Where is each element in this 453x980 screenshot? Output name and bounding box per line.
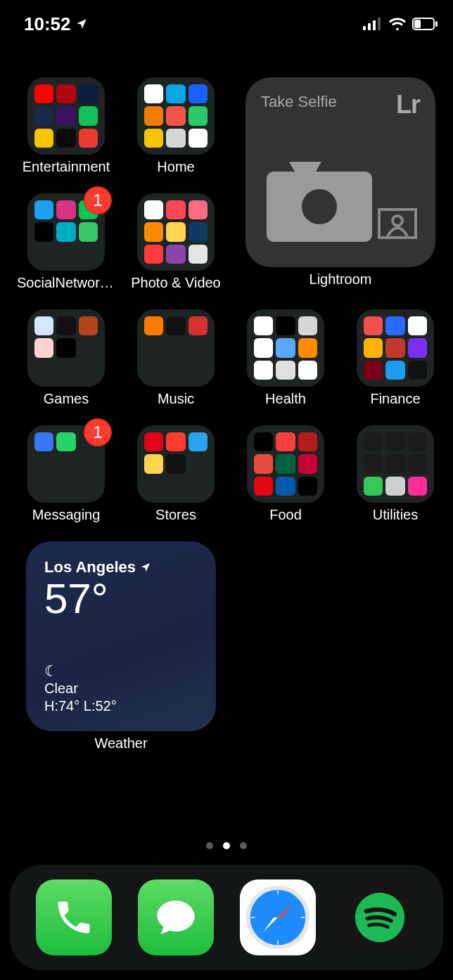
dock-app-messages[interactable] (138, 879, 214, 955)
mini-app-icon (56, 106, 75, 125)
mini-app-icon (166, 129, 185, 148)
folder-photo-video[interactable]: Photo & Video (129, 193, 222, 291)
folder-label: Finance (370, 391, 420, 407)
mini-app-icon (144, 129, 163, 148)
folder-label: Health (265, 391, 306, 407)
mini-app-icon (56, 200, 75, 219)
folder-music[interactable]: Music (129, 309, 222, 407)
mini-app-icon (34, 84, 53, 103)
mini-app-icon (189, 245, 208, 264)
mini-app-icon (189, 200, 208, 219)
weather-tile[interactable]: Los Angeles 57° ☾ Clear H:74° L:52° (26, 541, 216, 731)
dock-app-phone[interactable] (36, 879, 112, 955)
weather-hi-lo: H:74° L:52° (44, 698, 198, 714)
folder-label: Home (157, 159, 194, 175)
mini-app-icon (298, 338, 317, 357)
folder-label: SocialNetworki… (17, 275, 115, 291)
page-dot[interactable] (206, 842, 213, 849)
mini-app-icon (364, 432, 383, 451)
mini-app-icon (385, 432, 404, 451)
page-dot[interactable] (240, 842, 247, 849)
notification-badge: 1 (84, 186, 112, 214)
folder-tile[interactable]: 1 (27, 193, 105, 271)
folder-label: Music (158, 391, 194, 407)
folder-label: Utilities (373, 507, 418, 523)
mini-app-icon (56, 84, 75, 103)
folder-tile[interactable] (137, 425, 215, 503)
weather-location-text: Los Angeles (44, 558, 136, 576)
mini-app-icon (276, 454, 295, 473)
svg-rect-10 (379, 209, 416, 238)
mini-app-icon (254, 361, 273, 380)
mini-app-icon (385, 316, 404, 335)
camera-icon (267, 159, 372, 243)
mini-app-icon (34, 432, 53, 451)
mini-app-icon (79, 316, 98, 335)
folder-tile[interactable] (137, 309, 215, 387)
mini-app-icon (144, 222, 163, 241)
folder-stores[interactable]: Stores (129, 425, 222, 523)
folder-finance[interactable]: Finance (349, 309, 442, 407)
mini-app-icon (166, 432, 185, 451)
folder-tile[interactable] (137, 77, 215, 155)
folder-tile[interactable] (27, 309, 105, 387)
folder-label: Photo & Video (131, 275, 221, 291)
mini-app-icon (166, 84, 185, 103)
folder-food[interactable]: Food (239, 425, 332, 523)
cell-signal-icon (363, 18, 383, 30)
mini-app-icon (364, 361, 383, 380)
weather-temperature: 57° (44, 578, 198, 620)
wifi-icon (388, 17, 407, 31)
page-indicator[interactable] (0, 842, 453, 849)
folder-tile[interactable] (357, 309, 434, 387)
mini-app-icon (56, 432, 75, 451)
folder-label: Stores (155, 507, 196, 523)
mini-app-icon (298, 454, 317, 473)
folder-tile[interactable] (357, 425, 434, 503)
folder-tile[interactable] (27, 77, 105, 155)
folder-tile[interactable] (247, 309, 324, 387)
mini-app-icon (276, 316, 295, 335)
folder-label: Messaging (32, 507, 101, 523)
folder-messaging[interactable]: 1 Messaging (20, 425, 113, 523)
mini-app-icon (34, 106, 53, 125)
mini-app-icon (364, 316, 383, 335)
page-dot-active[interactable] (223, 842, 230, 849)
mini-app-icon (189, 106, 208, 125)
mini-app-icon (79, 129, 98, 148)
dock-app-safari[interactable] (240, 879, 316, 955)
mini-app-icon (189, 316, 208, 335)
svg-rect-2 (373, 20, 376, 30)
mini-app-icon (254, 338, 273, 357)
mini-app-icon (254, 316, 273, 335)
mini-app-icon (34, 200, 53, 219)
location-icon (75, 18, 88, 30)
folder-health[interactable]: Health (239, 309, 332, 407)
mini-app-icon (276, 338, 295, 357)
folder-entertainment[interactable]: Entertainment (20, 77, 113, 175)
folder-utilities[interactable]: Utilities (349, 425, 442, 523)
mini-app-icon (408, 454, 427, 473)
widget-lightroom[interactable]: Take Selfie Lr Lightroom (239, 77, 442, 291)
mini-app-icon (166, 106, 185, 125)
folder-tile[interactable]: 1 (27, 425, 105, 503)
folder-home[interactable]: Home (129, 77, 222, 175)
safari-icon (244, 884, 312, 951)
phone-icon (53, 896, 95, 939)
dock-app-spotify[interactable] (342, 879, 418, 955)
mini-app-icon (408, 477, 427, 496)
lightroom-tile[interactable]: Take Selfie Lr (245, 77, 435, 267)
mini-app-icon (385, 338, 404, 357)
mini-app-icon (34, 129, 53, 148)
mini-app-icon (408, 432, 427, 451)
folder-socialnetworking[interactable]: 1 SocialNetworki… (20, 193, 113, 291)
home-screen-grid: Entertainment Home Take Selfie Lr Lightr… (20, 77, 433, 752)
mini-app-icon (254, 454, 273, 473)
folder-tile[interactable] (247, 425, 324, 503)
folder-games[interactable]: Games (20, 309, 113, 407)
mini-app-icon (56, 316, 75, 335)
widget-weather[interactable]: Los Angeles 57° ☾ Clear H:74° L:52° Weat… (20, 541, 222, 752)
folder-tile[interactable] (137, 193, 215, 271)
photo-icon (378, 208, 417, 239)
notification-badge: 1 (84, 418, 112, 446)
